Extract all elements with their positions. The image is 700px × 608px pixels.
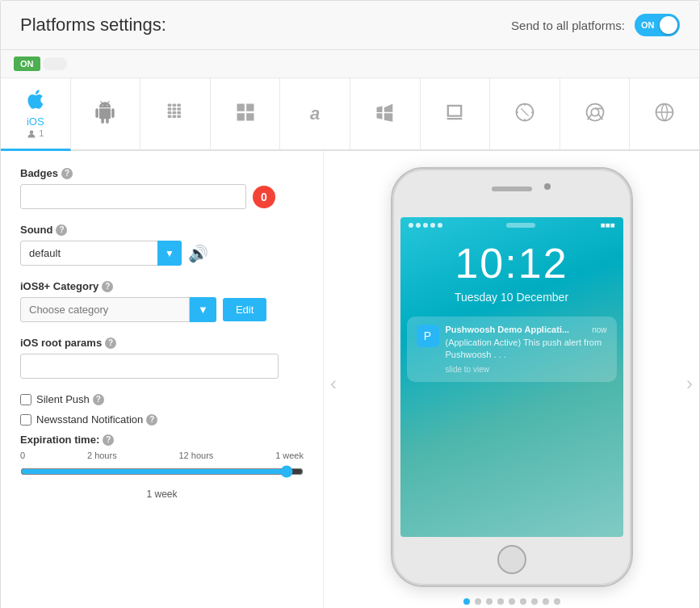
- carousel-dot-9[interactable]: [554, 598, 560, 605]
- svg-rect-5: [172, 107, 176, 111]
- battery-indicator: ■■■: [600, 220, 614, 229]
- phone-screen: ■■■ 10:12 Tuesday 10 December P Pushwoos…: [400, 217, 623, 537]
- svg-point-0: [30, 131, 34, 135]
- signal-dot-3: [423, 223, 428, 228]
- tab-mac[interactable]: [421, 78, 491, 149]
- mac-icon: [443, 101, 466, 127]
- category-edit-button[interactable]: Edit: [223, 298, 266, 321]
- carousel-dot-7[interactable]: [531, 598, 538, 605]
- sound-select[interactable]: default: [20, 241, 182, 266]
- signal-dot-1: [409, 223, 413, 228]
- badges-input-row: 0: [20, 184, 304, 209]
- tab-chrome[interactable]: [560, 78, 631, 149]
- notif-app-icon: P: [417, 325, 439, 347]
- svg-rect-7: [168, 111, 172, 115]
- page-title: Platforms settings:: [20, 15, 166, 36]
- header: Platforms settings: Send to all platform…: [1, 1, 699, 50]
- svg-marker-19: [521, 108, 528, 115]
- phone-camera: [544, 183, 551, 190]
- tab-ios-sublabel: 1: [27, 128, 44, 139]
- badges-label: Badges ?: [20, 167, 304, 179]
- tab-android[interactable]: [71, 78, 141, 149]
- tab-windows[interactable]: [350, 78, 421, 149]
- newsstand-checkbox[interactable]: [20, 414, 31, 426]
- tab-safari[interactable]: [490, 78, 560, 149]
- phone-home-button[interactable]: [497, 545, 526, 574]
- safari-icon: [513, 101, 536, 127]
- slider-container: [20, 460, 304, 485]
- tab-amazon[interactable]: a: [280, 78, 350, 149]
- svg-rect-2: [172, 104, 176, 107]
- carousel-dot-5[interactable]: [509, 598, 515, 605]
- expiration-help-icon[interactable]: ?: [103, 434, 114, 446]
- nav-right-arrow[interactable]: ›: [686, 372, 693, 395]
- carousel-dot-2[interactable]: [475, 598, 481, 605]
- badges-input[interactable]: [20, 184, 246, 209]
- tab-ios-label: iOS: [27, 115, 44, 128]
- ios-root-help-icon[interactable]: ?: [105, 338, 116, 349]
- content-area: Badges ? 0 Sound ? default: [1, 151, 699, 608]
- nav-left-arrow[interactable]: ‹: [330, 372, 337, 395]
- expiration-marks: 0 2 hours 12 hours 1 week: [20, 451, 304, 460]
- category-input-group: ▼: [20, 297, 216, 322]
- amazon-icon: a: [310, 105, 320, 123]
- tab-ios[interactable]: iOS 1: [1, 78, 71, 151]
- newsstand-label: Newsstand Notification ?: [36, 413, 157, 426]
- category-row: ▼ Edit: [20, 297, 304, 322]
- header-right: Send to all platforms: ON: [511, 14, 680, 36]
- send-all-label: Send to all platforms:: [511, 19, 625, 32]
- platform-tabs: iOS 1 a: [1, 78, 699, 151]
- phone-progress-bar: [506, 223, 535, 228]
- tab-blackberry[interactable]: [140, 78, 211, 149]
- newsstand-help-icon[interactable]: ?: [146, 414, 157, 426]
- notif-content: Pushwoosh Demo Applicati... now (Applica…: [446, 325, 607, 374]
- firefox-icon: [653, 101, 676, 127]
- windows-icon: [374, 101, 396, 127]
- svg-rect-6: [177, 107, 181, 111]
- signal-dot-5: [438, 223, 442, 228]
- carousel-dot-8[interactable]: [543, 598, 549, 605]
- tab-firefox[interactable]: [630, 78, 699, 149]
- on-badge-row: ON: [1, 50, 699, 78]
- on-badge: ON: [14, 57, 40, 71]
- badges-clear-button[interactable]: 0: [253, 186, 275, 208]
- carousel-dot-1[interactable]: [463, 598, 470, 605]
- svg-point-21: [591, 108, 598, 115]
- badges-help-icon[interactable]: ?: [61, 168, 73, 179]
- expiration-slider[interactable]: [20, 465, 304, 478]
- svg-rect-12: [177, 115, 181, 119]
- toggle-on-label: ON: [641, 20, 655, 30]
- phone-speaker: [492, 187, 532, 191]
- notif-text: (Application Active) This push alert fro…: [446, 337, 607, 362]
- carousel-dot-6[interactable]: [520, 598, 526, 605]
- send-all-toggle[interactable]: ON: [635, 14, 680, 36]
- ios-root-group: iOS root params ?: [20, 337, 304, 379]
- svg-rect-3: [177, 104, 181, 107]
- sound-group: Sound ? default ▼ 🔊: [20, 224, 304, 266]
- carousel-dot-4[interactable]: [497, 598, 504, 605]
- tab-windows-phone[interactable]: [211, 78, 281, 149]
- right-panel: ‹ ■■■: [324, 151, 699, 608]
- expiration-label: Expiration time: ?: [20, 434, 304, 446]
- svg-rect-11: [172, 115, 176, 119]
- sound-help-icon[interactable]: ?: [56, 224, 67, 236]
- android-icon: [94, 101, 116, 127]
- carousel-dot-3[interactable]: [486, 598, 493, 605]
- silent-push-label: Silent Push ?: [36, 393, 104, 405]
- toggle-knob: [660, 16, 677, 34]
- ios-root-input[interactable]: [20, 354, 279, 379]
- silent-push-help-icon[interactable]: ?: [93, 394, 104, 405]
- signal-dot-2: [416, 223, 421, 228]
- left-panel: Badges ? 0 Sound ? default: [1, 151, 324, 608]
- phone-status-bar: ■■■: [400, 217, 623, 233]
- category-help-icon[interactable]: ?: [102, 281, 113, 292]
- signal-dots: [409, 223, 442, 228]
- sound-input-row: default ▼ 🔊: [20, 241, 304, 266]
- notification-card: P Pushwoosh Demo Applicati... now (Appli…: [407, 317, 617, 382]
- silent-push-row: Silent Push ?: [20, 393, 304, 405]
- category-dropdown-button[interactable]: ▼: [190, 297, 216, 322]
- category-input[interactable]: [20, 297, 190, 322]
- category-label: iOS8+ Category ?: [20, 280, 304, 292]
- newsstand-row: Newsstand Notification ?: [20, 413, 304, 426]
- silent-push-checkbox[interactable]: [20, 394, 31, 405]
